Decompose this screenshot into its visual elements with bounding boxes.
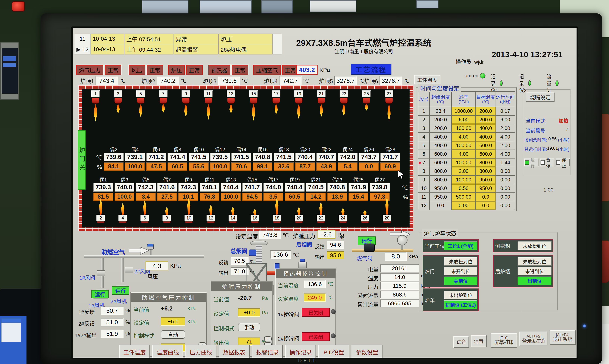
program-cell-target[interactable]: 400.0: [476, 133, 496, 141]
system-button[interactable]: [ALT+F2]登录&注销: [519, 332, 547, 346]
nav-button[interactable]: 工件温度: [119, 345, 150, 358]
rear-flue-valve-icon: [298, 262, 307, 269]
precool-control-panel: 预热器掺冷控制 当前温度 136.6 ℃ 设定温度 245.0 ℃ 1#掺冷阀 …: [275, 269, 336, 357]
program-cell-target[interactable]: 600.0: [476, 141, 496, 150]
tc-temp: 740.7: [317, 153, 336, 161]
tc-output-pct: 32.6: [274, 162, 294, 171]
system-button-key: [ALT+F2]: [525, 334, 541, 338]
furnace-top-label: 炉顶3: [203, 77, 216, 85]
furnace-top-unit: ℃: [242, 78, 248, 84]
total-runtime-unit: (小时): [558, 146, 569, 152]
program-cell-rate[interactable]: 4.00: [451, 150, 476, 158]
nav-button[interactable]: 数据报表: [219, 345, 250, 358]
burner-head: [318, 98, 325, 104]
furnace-top-item: 炉顶4742.7℃: [264, 76, 309, 85]
state-inactive: 未放松到位: [517, 257, 552, 266]
program-cell-start: 0.0: [429, 201, 451, 210]
side-device: [0, 289, 48, 364]
gas-pipe: [352, 249, 413, 252]
program-cell-rate[interactable]: 100.00: [451, 141, 476, 150]
gas-valve-icon[interactable]: [364, 244, 375, 252]
operator-value: wjdr: [474, 59, 484, 65]
program-cell-rate[interactable]: 100.00: [451, 158, 476, 167]
alarm-table[interactable]: 1110-04-13上午 07:54:51异常炉压▶ 1210-04-13上午 …: [74, 34, 282, 54]
ctrl-mode-button[interactable]: 手动: [238, 323, 260, 331]
program-cell-target[interactable]: 950.0: [476, 175, 496, 184]
program-cell-target[interactable]: 800.0: [476, 167, 496, 175]
program-cell-rate[interactable]: 0.00: [451, 201, 476, 210]
indicator-ok-dot: [556, 80, 559, 86]
status-item: 风压正常: [129, 65, 163, 75]
precool-valve2-icon[interactable]: [331, 333, 336, 338]
program-cell-rate[interactable]: 6.00: [451, 116, 476, 124]
system-button[interactable]: [Alt+F4]退出系统: [550, 330, 576, 345]
increment-button[interactable]: +: [264, 336, 272, 341]
program-cell-hours: 2.00: [496, 124, 515, 133]
nav-button[interactable]: 温度曲线: [152, 345, 183, 358]
state-active: 进到位 (工位1): [444, 300, 477, 309]
nav-button[interactable]: PID设置: [318, 345, 349, 358]
air-valve1-icon[interactable]: [97, 270, 105, 276]
stop-button[interactable]: 停止: [556, 158, 570, 166]
program-cell-target[interactable]: 0.0: [476, 193, 496, 201]
precool-current-value: 136.6: [304, 280, 326, 288]
nav-button[interactable]: 报警记录: [252, 345, 283, 358]
nav-button[interactable]: 压力曲线: [185, 345, 216, 358]
precool-set-value[interactable]: 245.0: [304, 294, 326, 302]
stop-checkbox: [556, 160, 560, 165]
process-flow-button[interactable]: 工艺流程: [351, 64, 391, 75]
program-cell-rate[interactable]: 4.00: [451, 133, 476, 141]
system-button[interactable]: [F10]屏幕打印: [491, 333, 517, 348]
status-item: 炉压正常: [168, 65, 203, 75]
ctrl-row-value[interactable]: +0.0: [238, 308, 260, 317]
burner-settings-button[interactable]: 烧嘴设定: [526, 92, 555, 102]
program-cell-rate[interactable]: 100.00: [451, 124, 476, 133]
system-button[interactable]: 试音: [453, 336, 469, 348]
tc-temp: 739.6: [104, 153, 123, 161]
pause-button[interactable]: 暂停: [540, 158, 554, 166]
system-button-label: 登录&注销: [522, 338, 545, 344]
program-cell-rate[interactable]: 2.00: [451, 167, 476, 175]
air-valve2-icon[interactable]: [125, 267, 133, 273]
program-cell-target[interactable]: 950.0: [476, 184, 496, 193]
precool-valve1-icon[interactable]: [331, 309, 336, 314]
company-name: 江阴中南重工股份有限公司: [274, 48, 453, 55]
program-cell-seg: 1: [418, 107, 429, 116]
fan2-run-state: 运行: [112, 286, 129, 295]
state-inactive: 未进到位: [517, 267, 552, 275]
tc-label: 偶10: [189, 146, 209, 153]
program-cell-target[interactable]: 600.0: [476, 150, 496, 158]
system-button[interactable]: 消音: [471, 335, 487, 347]
program-cell-target[interactable]: 0.0: [476, 201, 496, 210]
screen: 1110-04-13上午 07:54:51异常炉压▶ 1210-04-13上午 …: [73, 28, 577, 358]
program-cell-target[interactable]: 800.0: [476, 158, 496, 167]
program-cell-target[interactable]: 200.0: [476, 107, 496, 116]
workpiece-temp-button[interactable]: 工件温度: [414, 75, 440, 84]
tc-output-pct: 84.1: [104, 162, 123, 171]
run-button[interactable]: 运行: [524, 158, 539, 166]
nav-button[interactable]: 操作记录: [285, 345, 316, 358]
ctrl-row-unit: KPa: [187, 319, 197, 325]
ctrl-row-value[interactable]: +6.0: [161, 317, 185, 325]
air-pipe: [84, 255, 204, 258]
system-button-label: 试音: [456, 339, 466, 345]
alarm-row[interactable]: ▶ 1210-04-13上午 09:44:32超温报警26#热电偶: [74, 44, 282, 54]
program-cell-rate[interactable]: 0.50: [451, 184, 476, 193]
furnace-top-label: 炉顶6: [364, 77, 378, 85]
nav-button[interactable]: 参数设置: [352, 345, 383, 358]
program-cell-rate[interactable]: 100.00: [451, 175, 476, 184]
program-cell-rate[interactable]: 1000.00: [451, 107, 476, 116]
flow-arrow-icon: [129, 247, 149, 255]
program-cell-rate[interactable]: 500.00: [451, 193, 476, 201]
tc-temp: 742.3: [136, 183, 156, 192]
alarm-row[interactable]: 1110-04-13上午 07:54:51异常炉压: [74, 34, 282, 44]
side-device-titlebar: [1, 318, 21, 323]
ctrl-mode-button[interactable]: 自动: [161, 330, 185, 339]
tc-output-pct: 99.1: [253, 162, 272, 171]
program-cell-seg: 10: [418, 184, 429, 193]
main-flue-fb-label: 反馈: [219, 259, 228, 266]
furnace-interior: 1357911131517192123252724681012141618202…: [82, 89, 410, 228]
program-cell-target[interactable]: 200.0: [476, 116, 496, 124]
rear-flue-out-value[interactable]: 95.0: [327, 251, 344, 259]
program-cell-target[interactable]: 400.0: [476, 124, 496, 133]
